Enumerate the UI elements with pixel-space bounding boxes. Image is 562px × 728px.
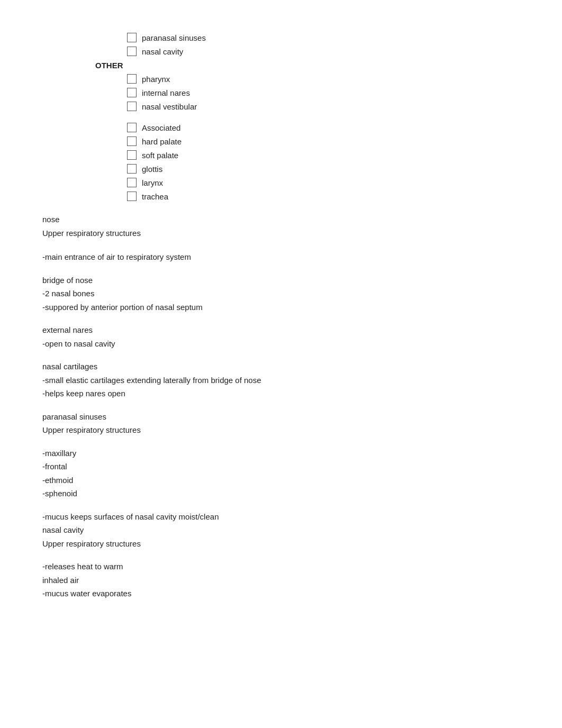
list-item-text: paranasal sinuses — [142, 32, 206, 44]
bullet-icon — [127, 102, 137, 111]
section-nose: nose Upper respiratory structures -main … — [42, 213, 520, 264]
list-item: paranasal sinuses — [127, 32, 520, 44]
list-item-text: internal nares — [142, 87, 190, 99]
list-item-text: pharynx — [142, 73, 170, 86]
section-heading: nose — [42, 213, 520, 226]
text-line: inhaled air — [42, 574, 520, 587]
section-line: -helps keep nares open — [42, 387, 520, 401]
list-item-text: soft palate — [142, 149, 178, 162]
list-item-text: Associated — [142, 122, 180, 134]
section-line: -small elastic cartilages extending late… — [42, 374, 520, 387]
section-nasal-cavity: -mucus keeps surfaces of nasal cavity mo… — [42, 510, 520, 551]
section-heading: bridge of nose — [42, 274, 520, 287]
section-paranasal: paranasal sinuses Upper respiratory stru… — [42, 410, 520, 437]
text-line: -mucus water evaporates — [42, 587, 520, 600]
section-subheading: Upper respiratory structures — [42, 423, 520, 437]
top-list-group2: pharynx internal nares nasal vestibular — [42, 73, 520, 113]
list-item: trachea — [127, 190, 520, 203]
bullet-icon — [127, 88, 137, 97]
section-heading: paranasal sinuses — [42, 410, 520, 424]
bullet-icon — [127, 164, 137, 174]
section-bridge: bridge of nose -2 nasal bones -suppored … — [42, 274, 520, 314]
list-item-text: glottis — [142, 163, 162, 176]
section-heading: -mucus keeps surfaces of nasal cavity mo… — [42, 510, 520, 524]
section-line: -suppored by anterior portion of nasal s… — [42, 301, 520, 314]
list-item-text: trachea — [142, 190, 168, 203]
section-subheading: Upper respiratory structures — [42, 537, 520, 551]
section-nasal-cartilages: nasal cartilages -small elastic cartilag… — [42, 360, 520, 401]
section-heading: external nares — [42, 323, 520, 337]
list-item-text: nasal cavity — [142, 46, 183, 58]
paranasal-lines: -maxillary -frontal -ethmoid -sphenoid — [42, 447, 520, 501]
main-content: paranasal sinuses nasal cavity OTHER pha… — [42, 32, 520, 600]
text-line: -sphenoid — [42, 487, 520, 501]
bullet-icon — [127, 123, 137, 132]
list-item-text: hard palate — [142, 135, 182, 148]
list-item-text: nasal vestibular — [142, 101, 197, 113]
other-label: OTHER — [42, 59, 520, 72]
bullet-icon — [127, 136, 137, 146]
section-subheading: Upper respiratory structures — [42, 226, 520, 240]
list-item: nasal cavity — [127, 46, 520, 58]
text-line: -frontal — [42, 460, 520, 474]
section-final: -releases heat to warm inhaled air -mucu… — [42, 560, 520, 600]
list-item: glottis — [127, 163, 520, 176]
list-item: Associated — [127, 122, 520, 134]
bullet-icon — [127, 150, 137, 160]
bullet-icon — [127, 33, 137, 42]
text-line: -releases heat to warm — [42, 560, 520, 574]
section-line: -2 nasal bones — [42, 287, 520, 301]
list-item: hard palate — [127, 135, 520, 148]
section-line: -main entrance of air to respiratory sys… — [42, 250, 520, 264]
section-line: -open to nasal cavity — [42, 337, 520, 351]
top-list-group1: paranasal sinuses nasal cavity — [42, 32, 520, 58]
bullet-icon — [127, 47, 137, 56]
top-list-group3: Associated hard palate soft palate glott… — [42, 122, 520, 203]
list-item: soft palate — [127, 149, 520, 162]
list-item: pharynx — [127, 73, 520, 86]
list-item: internal nares — [127, 87, 520, 99]
section-heading: nasal cartilages — [42, 360, 520, 374]
text-line: -ethmoid — [42, 474, 520, 487]
bullet-icon — [127, 192, 137, 201]
list-item: larynx — [127, 177, 520, 189]
section-external-nares: external nares -open to nasal cavity — [42, 323, 520, 350]
section-subheading2: nasal cavity — [42, 523, 520, 537]
bullet-icon — [127, 178, 137, 187]
text-line: -maxillary — [42, 447, 520, 460]
list-item-text: larynx — [142, 177, 163, 189]
bullet-icon — [127, 74, 137, 84]
list-item: nasal vestibular — [127, 101, 520, 113]
